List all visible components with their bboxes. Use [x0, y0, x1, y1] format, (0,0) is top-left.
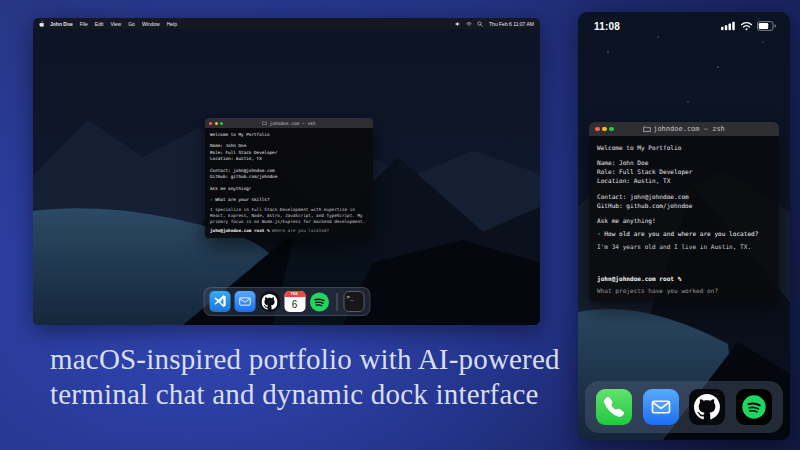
terminal-question: › How old are you and where are you loca… [597, 229, 771, 238]
mail-icon[interactable] [643, 389, 679, 425]
menubar-item-window[interactable]: Window [142, 21, 160, 27]
folder-icon [643, 126, 651, 132]
spotify-icon[interactable] [309, 291, 330, 312]
macos-menubar: John Doe File Edit View Go Window Help T… [33, 18, 540, 29]
spotify-icon[interactable] [736, 389, 772, 425]
terminal-prompt[interactable]: john@johndoe.com root % [597, 274, 771, 283]
terminal-ask: Ask me anything! [597, 216, 771, 225]
page-background: John Doe File Edit View Go Window Help T… [0, 0, 800, 450]
cellular-signal-icon [721, 17, 736, 35]
terminal-welcome: Welcome to My Portfolio [597, 143, 771, 152]
terminal-titlebar[interactable]: johndoe.com — zsh [205, 118, 373, 128]
github-icon[interactable] [689, 389, 725, 425]
terminal-github: GitHub: github.com/johndoe [597, 201, 771, 210]
menubar-item-file[interactable]: File [80, 21, 88, 27]
dock-separator [336, 293, 337, 311]
terminal-output[interactable]: Welcome to My Portfolio Name: John Doe R… [205, 128, 373, 238]
terminal-icon[interactable]: >_ [343, 291, 364, 312]
search-icon[interactable] [477, 21, 483, 27]
terminal-location: Location: Austin, TX [597, 176, 771, 185]
terminal-prompt-line[interactable]: john@johndoe.com root % Where are you lo… [210, 228, 368, 234]
menubar-item-edit[interactable]: Edit [95, 21, 104, 27]
calendar-icon[interactable]: FEB 6 [284, 291, 305, 312]
folder-icon [262, 121, 267, 125]
caption-line-1: macOS-inspired portfolio with AI-powered [50, 342, 570, 377]
terminal-typed-input[interactable]: What projects have you worked on? [597, 286, 771, 295]
desktop-screenshot: John Doe File Edit View Go Window Help T… [33, 18, 540, 325]
terminal-output[interactable]: Welcome to My Portfolio Name: John Doe R… [589, 136, 779, 302]
volume-icon[interactable] [455, 21, 461, 27]
github-icon[interactable] [259, 291, 280, 312]
menubar-item-go[interactable]: Go [128, 21, 135, 27]
battery-icon [757, 17, 776, 35]
mobile-statusbar: 11:08 [578, 12, 790, 34]
menubar-item-view[interactable]: View [110, 21, 121, 27]
apple-logo-icon[interactable] [39, 21, 44, 27]
menubar-clock[interactable]: Thu Feb 6 11:07 AM [489, 21, 534, 27]
caption: macOS-inspired portfolio with AI-powered… [50, 342, 570, 412]
terminal-title: johndoe.com — zsh [205, 121, 373, 126]
phone-icon[interactable] [596, 389, 632, 425]
vscode-icon[interactable] [209, 291, 230, 312]
wifi-icon[interactable] [466, 21, 472, 27]
terminal-answer: I specialize in Full Stack Development w… [210, 207, 368, 226]
mobile-terminal-window[interactable]: johndoe.com — zsh Welcome to My Portfoli… [589, 122, 779, 302]
terminal-role: Role: Full Stack Developer [597, 167, 771, 176]
terminal-answer: I'm 34 years old and I live in Austin, T… [597, 242, 771, 251]
mobile-dock [585, 381, 783, 433]
terminal-contact: Contact: john@johndoe.com [597, 192, 771, 201]
menubar-item-help[interactable]: Help [167, 21, 177, 27]
status-time: 11:08 [594, 21, 620, 32]
calendar-day: 6 [284, 297, 305, 312]
mail-icon[interactable] [234, 291, 255, 312]
mobile-screenshot: 11:08 [578, 12, 790, 440]
terminal-titlebar[interactable]: johndoe.com — zsh [589, 122, 779, 136]
desktop-dock: FEB 6 >_ [203, 287, 370, 316]
terminal-title: johndoe.com — zsh [589, 125, 779, 133]
wifi-icon [740, 17, 753, 35]
terminal-name: Name: John Doe [597, 158, 771, 167]
caption-line-2: terminal chat and dynamic dock interface [50, 377, 570, 412]
desktop-terminal-window[interactable]: johndoe.com — zsh Welcome to My Portfoli… [205, 118, 373, 238]
menubar-app-name[interactable]: John Doe [50, 21, 73, 27]
